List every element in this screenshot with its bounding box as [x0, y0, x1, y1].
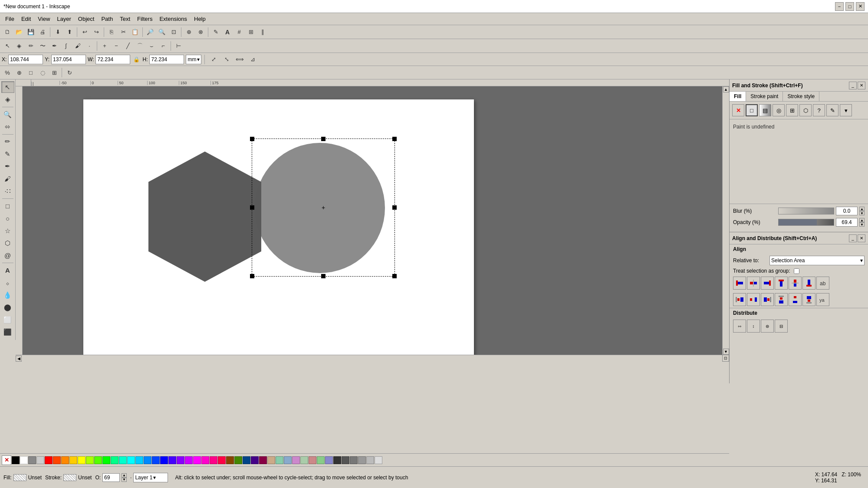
distribute-top-btn[interactable] — [775, 293, 788, 306]
color-yellow-orange[interactable] — [69, 456, 77, 464]
distribute-right-btn[interactable] — [761, 293, 774, 306]
color-lightgray[interactable] — [36, 456, 44, 464]
color-spring-green[interactable] — [111, 456, 118, 464]
bucket-tool[interactable]: ⬛ — [1, 326, 14, 338]
color-picker-area[interactable] — [730, 134, 868, 204]
relative-to-select[interactable]: Selection Area ▾ — [769, 256, 865, 265]
bezier-tool[interactable]: ✏ — [1, 136, 14, 148]
minimize-button[interactable]: − — [835, 2, 844, 11]
freehand-btn[interactable]: 〜 — [37, 40, 48, 52]
ellipse-tool[interactable]: ○ — [1, 212, 14, 224]
zoom-in-button[interactable]: 🔍 — [156, 26, 168, 38]
color-magenta[interactable] — [193, 456, 201, 464]
text-tool[interactable]: A — [1, 264, 14, 276]
calligraphy-tool[interactable]: ✒ — [1, 161, 14, 172]
tab-stroke-paint[interactable]: Stroke paint — [746, 92, 783, 101]
panel-close-btn[interactable]: ✕ — [858, 82, 865, 89]
dropper-tool[interactable]: 💧 — [1, 289, 14, 301]
redo-button[interactable]: ↪ — [91, 26, 102, 38]
menu-edit[interactable]: Edit — [18, 14, 34, 23]
measure-tool[interactable]: ⬄ — [1, 121, 14, 132]
node-tool-button[interactable]: ✎ — [210, 26, 221, 38]
color-sage[interactable] — [276, 456, 283, 464]
color-violet[interactable] — [177, 456, 184, 464]
color-orange[interactable] — [61, 456, 69, 464]
seg-curve-btn[interactable]: ⌒ — [134, 40, 145, 52]
opacity-down[interactable]: ▼ — [859, 222, 865, 227]
circle-shape[interactable] — [253, 141, 387, 277]
y-input[interactable]: 137.054 — [51, 55, 86, 64]
color-blue-medium[interactable] — [152, 456, 160, 464]
panel-minimize-btn[interactable]: _ — [849, 82, 857, 89]
zoom-out-button[interactable]: 🔎 — [145, 26, 156, 38]
menu-file[interactable]: File — [2, 14, 18, 23]
color-olive-green[interactable] — [234, 456, 242, 464]
align-text-baseline-btn[interactable]: ab — [816, 277, 829, 290]
eraser-tool[interactable]: ⬜ — [1, 314, 14, 326]
color-tan[interactable] — [267, 456, 275, 464]
align-bottom-edge-btn[interactable] — [802, 277, 815, 290]
opacity-down2[interactable]: ▼ — [122, 478, 127, 482]
gradient-tool[interactable]: ⬦ — [1, 277, 14, 289]
drawing-canvas[interactable]: + — [83, 99, 474, 355]
blur-slider[interactable] — [778, 208, 834, 214]
spiral-tool[interactable]: @ — [1, 250, 14, 261]
select-tool[interactable]: ↖ — [1, 81, 14, 93]
color-gray4[interactable] — [366, 456, 374, 464]
color-sky-blue[interactable] — [135, 456, 143, 464]
color-yellow-green[interactable] — [86, 456, 94, 464]
paint-tool[interactable]: 🖌 — [1, 173, 14, 185]
color-dusty-rose[interactable] — [309, 456, 316, 464]
pencil-tool[interactable]: ✎ — [1, 148, 14, 160]
transform-x-btn[interactable]: ⤢ — [208, 54, 219, 65]
opacity-input[interactable]: 69 — [102, 473, 120, 482]
scroll-up-btn[interactable]: ▲ — [723, 86, 729, 92]
handle-middle-right[interactable] — [392, 205, 397, 210]
align-right-edge-btn[interactable] — [761, 277, 774, 290]
distribute-center-h-btn[interactable] — [747, 293, 760, 306]
color-orange-red[interactable] — [53, 456, 61, 464]
color-blue[interactable] — [160, 456, 168, 464]
snap-nodes-btn[interactable]: ⊕ — [13, 67, 25, 78]
paint-edit-btn[interactable]: ✎ — [826, 104, 838, 116]
cut-button[interactable]: ✂ — [118, 26, 129, 38]
transform-y-btn[interactable]: ⤡ — [221, 54, 232, 65]
snap-enable-btn[interactable]: % — [2, 67, 13, 78]
tab-fill[interactable]: Fill — [730, 92, 746, 101]
menu-help[interactable]: Help — [191, 14, 209, 23]
color-hot-pink[interactable] — [210, 456, 217, 464]
x-input[interactable]: 108.744 — [8, 55, 43, 64]
snap-rotation-btn[interactable]: ↻ — [64, 67, 75, 78]
paint-radial-btn[interactable]: ◎ — [773, 104, 785, 116]
paint-match-btn[interactable]: ▾ — [840, 104, 852, 116]
menu-filters[interactable]: Filters — [134, 14, 156, 23]
align-panel-minimize-btn[interactable]: _ — [849, 234, 857, 242]
scroll-down-btn[interactable]: ▼ — [723, 349, 729, 355]
close-button[interactable]: ✕ — [856, 2, 865, 11]
export-button[interactable]: ⬆ — [64, 26, 75, 38]
select-same-button[interactable]: ⊕ — [183, 26, 194, 38]
color-medium-gray[interactable] — [342, 456, 349, 464]
align-panel-close-btn[interactable]: ✕ — [858, 234, 865, 242]
symbol-button[interactable]: # — [233, 26, 245, 38]
color-gray2[interactable] — [350, 456, 358, 464]
color-gray3[interactable] — [358, 456, 366, 464]
seg-line-btn[interactable]: ╱ — [122, 40, 134, 52]
paste-button[interactable]: 📋 — [129, 26, 141, 38]
color-steel-blue[interactable] — [284, 456, 292, 464]
color-red[interactable] — [45, 456, 53, 464]
treat-as-group-checkbox[interactable] — [794, 268, 799, 274]
blur-value[interactable]: 0.0 — [836, 207, 858, 215]
opacity-value[interactable]: 69.4 — [836, 218, 858, 227]
scrollbar-bottom[interactable]: ◀ ▶ — [16, 355, 729, 362]
color-white[interactable] — [20, 456, 28, 464]
node-add-btn[interactable]: + — [99, 40, 110, 52]
open-button[interactable]: 📂 — [13, 26, 25, 38]
menu-path[interactable]: Path — [98, 14, 116, 23]
align-center-h-btn[interactable] — [789, 277, 802, 290]
print-button[interactable]: 🖨 — [37, 26, 48, 38]
pen-btn[interactable]: ✒ — [49, 40, 60, 52]
color-light-sage[interactable] — [300, 456, 308, 464]
handle-top-right[interactable] — [392, 137, 397, 141]
color-yellow[interactable] — [78, 456, 85, 464]
